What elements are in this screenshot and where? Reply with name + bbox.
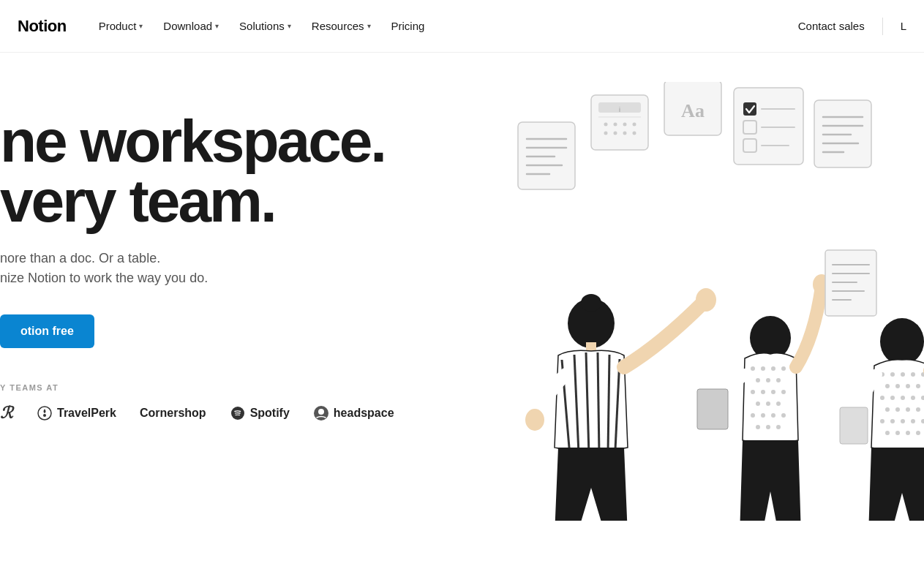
- chevron-down-icon: ▾: [367, 22, 371, 30]
- hero-content: ne workspace. very team. nore than a doc…: [0, 111, 394, 423]
- svg-point-92: [916, 384, 920, 388]
- svg-point-18: [633, 123, 636, 127]
- svg-point-53: [761, 366, 765, 371]
- illustration-svg: i Aa: [456, 82, 924, 521]
- nav-label-solutions: Solutions: [239, 20, 285, 32]
- logo-item-spotify: Spotify: [230, 405, 290, 421]
- nav-item-solutions[interactable]: Solutions ▾: [230, 14, 300, 38]
- svg-point-49: [696, 288, 716, 312]
- svg-rect-113: [840, 407, 868, 444]
- svg-point-94: [890, 396, 895, 400]
- svg-point-85: [890, 372, 895, 377]
- logo[interactable]: Notion: [18, 17, 67, 36]
- travelperk-label: TravelPerk: [57, 407, 116, 420]
- logo-item-cornershop: Cornershop: [140, 407, 206, 420]
- logos-section: Y TEAMS AT ℛ TravelPerk: [0, 383, 394, 423]
- svg-point-93: [880, 396, 884, 400]
- login-link[interactable]: L: [901, 20, 906, 32]
- nav-divider: [882, 18, 883, 35]
- svg-point-72: [776, 425, 781, 429]
- svg-text:Aa: Aa: [681, 100, 705, 121]
- svg-point-66: [751, 413, 755, 418]
- svg-point-104: [901, 419, 905, 423]
- svg-point-98: [885, 407, 890, 412]
- svg-point-61: [771, 390, 775, 394]
- contact-sales-link[interactable]: Contact sales: [798, 20, 865, 32]
- spotify-icon: [230, 405, 246, 421]
- svg-point-55: [781, 366, 786, 371]
- headline-line1: ne workspace.: [0, 108, 385, 174]
- logo-item-travelperk: TravelPerk: [37, 405, 116, 421]
- svg-point-70: [756, 425, 760, 429]
- svg-point-109: [906, 431, 910, 435]
- svg-rect-75: [697, 389, 728, 429]
- svg-point-71: [766, 425, 770, 429]
- nav-links: Product ▾ Download ▾ Solutions ▾ Resourc…: [90, 14, 798, 38]
- travelperk-icon: [37, 405, 53, 421]
- svg-point-91: [906, 384, 910, 388]
- svg-point-101: [916, 407, 920, 412]
- svg-point-69: [781, 413, 786, 418]
- nav-item-resources[interactable]: Resources ▾: [303, 14, 380, 38]
- chevron-down-icon: ▾: [288, 22, 291, 30]
- svg-point-50: [525, 409, 544, 431]
- hero-cta-button[interactable]: otion free: [0, 314, 94, 348]
- svg-point-58: [776, 378, 781, 382]
- svg-point-110: [916, 431, 920, 435]
- nav-item-product[interactable]: Product ▾: [90, 14, 152, 38]
- svg-point-19: [604, 132, 608, 135]
- svg-point-95: [901, 396, 905, 400]
- logo-item-r: ℛ: [0, 404, 13, 423]
- svg-point-51: [750, 316, 791, 360]
- svg-point-22: [633, 132, 636, 135]
- svg-text:i: i: [619, 106, 620, 113]
- hero-section: ne workspace. very team. nore than a doc…: [0, 53, 924, 521]
- svg-point-87: [911, 372, 915, 377]
- nav-label-product: Product: [99, 20, 137, 32]
- svg-point-105: [911, 419, 915, 423]
- svg-point-39: [581, 294, 601, 312]
- svg-point-54: [771, 366, 775, 371]
- hero-headline: ne workspace. very team.: [0, 111, 394, 231]
- headline-line2: very team.: [0, 167, 275, 234]
- svg-line-45: [608, 355, 609, 453]
- cta-label: otion free: [20, 325, 74, 337]
- svg-point-52: [751, 366, 755, 371]
- logos-label: Y TEAMS AT: [0, 383, 394, 392]
- svg-point-100: [906, 407, 910, 412]
- svg-point-107: [885, 431, 890, 435]
- subtext-line2: nize Notion to work the way you do.: [0, 271, 208, 285]
- svg-point-1: [43, 414, 46, 417]
- svg-point-65: [776, 401, 781, 406]
- logos-row: ℛ TravelPerk Cornershop: [0, 404, 394, 423]
- svg-point-96: [911, 396, 915, 400]
- svg-point-90: [895, 384, 900, 388]
- svg-point-68: [771, 413, 775, 418]
- svg-point-102: [880, 419, 884, 423]
- svg-point-86: [901, 372, 905, 377]
- headspace-label: headspace: [334, 407, 394, 420]
- nav-item-download[interactable]: Download ▾: [154, 14, 228, 38]
- hero-subtext: nore than a doc. Or a table. nize Notion…: [0, 249, 394, 288]
- cornershop-label: Cornershop: [140, 407, 206, 420]
- svg-line-44: [598, 352, 599, 455]
- svg-point-56: [756, 378, 760, 382]
- svg-point-67: [761, 413, 765, 418]
- svg-point-62: [781, 390, 786, 394]
- svg-rect-25: [734, 88, 803, 165]
- nav-label-pricing: Pricing: [391, 20, 425, 32]
- chevron-down-icon: ▾: [139, 22, 143, 30]
- logo-item-headspace: headspace: [313, 405, 394, 421]
- svg-point-21: [623, 132, 627, 135]
- svg-point-20: [614, 132, 617, 135]
- svg-point-15: [604, 123, 608, 127]
- svg-point-16: [614, 123, 617, 127]
- svg-point-63: [756, 401, 760, 406]
- svg-point-4: [318, 409, 324, 415]
- spotify-label: Spotify: [250, 407, 290, 420]
- nav-label-download: Download: [163, 20, 212, 32]
- navigation: Notion Product ▾ Download ▾ Solutions ▾ …: [0, 0, 924, 53]
- r-logo-icon: ℛ: [0, 404, 13, 423]
- nav-right: Contact sales L: [798, 18, 906, 35]
- nav-item-pricing[interactable]: Pricing: [383, 14, 434, 38]
